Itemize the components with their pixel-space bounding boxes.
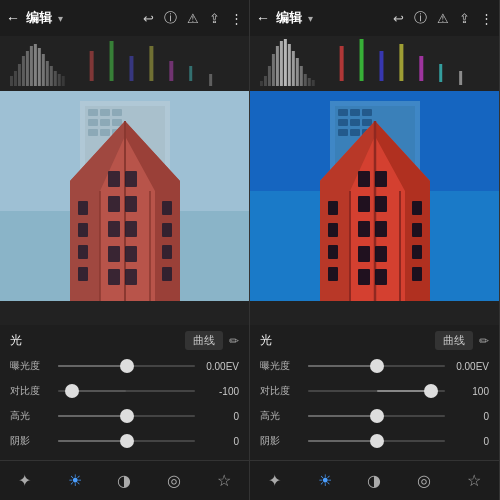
chevron-right[interactable]: ▾ (308, 13, 313, 24)
shadow-thumb-left[interactable] (120, 434, 134, 448)
controls-header-right: 光 曲线 ✏ (260, 331, 489, 350)
svg-rect-11 (50, 66, 53, 86)
photo-left (0, 91, 249, 325)
svg-rect-89 (350, 119, 360, 126)
curve-button-right[interactable]: 曲线 (435, 331, 473, 350)
exposure-value-right: 0.00EV (451, 361, 489, 372)
contrast-thumb-right[interactable] (424, 384, 438, 398)
toolbar-icon-sparkle-right[interactable]: ✦ (260, 466, 290, 496)
svg-rect-55 (162, 201, 172, 215)
toolbar-icon-contrast-left[interactable]: ◑ (109, 466, 139, 496)
section-label-left: 光 (10, 332, 22, 349)
svg-rect-50 (125, 269, 137, 285)
svg-rect-111 (328, 223, 338, 237)
svg-rect-62 (268, 66, 271, 86)
more-icon-left[interactable]: ⋮ (230, 11, 243, 26)
contrast-label-left: 对比度 (10, 384, 52, 398)
svg-rect-44 (125, 196, 137, 212)
svg-rect-108 (358, 269, 370, 285)
undo-icon-right[interactable]: ↩ (393, 11, 404, 26)
svg-rect-48 (125, 246, 137, 262)
shadow-thumb-right[interactable] (370, 434, 384, 448)
share-icon-left[interactable]: ⇪ (209, 11, 220, 26)
svg-rect-69 (296, 58, 299, 86)
highlight-value-left: 0 (201, 411, 239, 422)
svg-rect-90 (362, 119, 372, 126)
back-icon-right[interactable]: ← (256, 10, 270, 26)
svg-rect-110 (328, 201, 338, 215)
contrast-value-left: -100 (201, 386, 239, 397)
svg-rect-75 (360, 39, 364, 81)
svg-rect-63 (272, 54, 275, 86)
svg-rect-114 (412, 201, 422, 215)
contrast-row-left: 对比度 -100 (10, 381, 239, 401)
svg-rect-47 (108, 246, 120, 262)
exposure-thumb-right[interactable] (370, 359, 384, 373)
contrast-value-right: 100 (451, 386, 489, 397)
shadow-track-right[interactable] (308, 440, 445, 442)
highlight-thumb-right[interactable] (370, 409, 384, 423)
curve-button-left[interactable]: 曲线 (185, 331, 223, 350)
svg-rect-57 (162, 245, 172, 259)
highlight-track-right[interactable] (308, 415, 445, 417)
svg-rect-78 (419, 56, 423, 81)
svg-rect-107 (375, 246, 387, 262)
shadow-track-left[interactable] (58, 440, 195, 442)
highlight-label-right: 高光 (260, 409, 302, 423)
edit-icon-right[interactable]: ✏ (479, 334, 489, 348)
controls-left: 光 曲线 ✏ 曝光度 0.00EV 对比度 -100 高 (0, 325, 249, 460)
svg-rect-20 (189, 66, 192, 81)
svg-rect-102 (358, 196, 370, 212)
exposure-track-left[interactable] (58, 365, 195, 367)
chevron-left[interactable]: ▾ (58, 13, 63, 24)
toolbar-icon-star-left[interactable]: ☆ (209, 466, 239, 496)
toolbar-icon-contrast-right[interactable]: ◑ (359, 466, 389, 496)
contrast-thumb-left[interactable] (65, 384, 79, 398)
title-left: 编辑 (26, 9, 52, 27)
alert-icon-left[interactable]: ⚠ (187, 11, 199, 26)
toolbar-icon-circle-right[interactable]: ◎ (409, 466, 439, 496)
svg-rect-109 (375, 269, 387, 285)
section-label-right: 光 (260, 332, 272, 349)
share-icon-right[interactable]: ⇪ (459, 11, 470, 26)
svg-rect-21 (209, 74, 212, 86)
shadow-row-right: 阴影 0 (260, 431, 489, 451)
left-header: ← 编辑 ▾ ↩ ⓘ ⚠ ⇪ ⋮ (0, 0, 249, 36)
svg-rect-53 (78, 245, 88, 259)
info-icon-left[interactable]: ⓘ (164, 9, 177, 27)
exposure-thumb-left[interactable] (120, 359, 134, 373)
back-icon-left[interactable]: ← (6, 10, 20, 26)
shadow-value-right: 0 (451, 436, 489, 447)
contrast-row-right: 对比度 100 (260, 381, 489, 401)
svg-rect-85 (338, 109, 348, 116)
svg-rect-91 (338, 129, 348, 136)
alert-icon-right[interactable]: ⚠ (437, 11, 449, 26)
svg-rect-1 (10, 76, 13, 86)
highlight-row-right: 高光 0 (260, 406, 489, 426)
contrast-track-right[interactable] (308, 390, 445, 392)
svg-rect-14 (62, 76, 65, 86)
more-icon-right[interactable]: ⋮ (480, 11, 493, 26)
svg-rect-104 (358, 221, 370, 237)
toolbar-icon-sparkle-left[interactable]: ✦ (10, 466, 40, 496)
highlight-track-left[interactable] (58, 415, 195, 417)
exposure-track-right[interactable] (308, 365, 445, 367)
toolbar-icon-star-right[interactable]: ☆ (459, 466, 489, 496)
toolbar-icon-sun-right[interactable]: ☀ (310, 466, 340, 496)
edit-icon-left[interactable]: ✏ (229, 334, 239, 348)
highlight-value-right: 0 (451, 411, 489, 422)
svg-rect-101 (375, 171, 387, 187)
svg-rect-87 (362, 109, 372, 116)
svg-rect-116 (412, 245, 422, 259)
contrast-track-left[interactable] (58, 390, 195, 392)
svg-rect-17 (129, 56, 133, 81)
bottom-toolbar-left: ✦ ☀ ◑ ◎ ☆ (0, 460, 249, 500)
undo-icon-left[interactable]: ↩ (143, 11, 154, 26)
toolbar-icon-sun-left[interactable]: ☀ (60, 466, 90, 496)
histogram-left (0, 36, 249, 91)
svg-rect-70 (300, 66, 303, 86)
svg-rect-74 (340, 46, 344, 81)
toolbar-icon-circle-left[interactable]: ◎ (159, 466, 189, 496)
highlight-thumb-left[interactable] (120, 409, 134, 423)
info-icon-right[interactable]: ⓘ (414, 9, 427, 27)
